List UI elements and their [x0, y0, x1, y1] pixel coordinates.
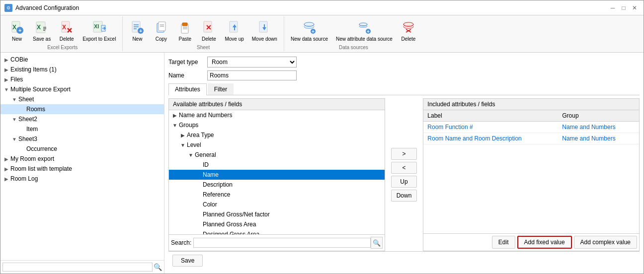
window-controls: ─ □ ✕ — [608, 3, 640, 13]
existing-items-label: Existing Items (1) — [10, 66, 57, 73]
sidebar-item-cobie[interactable]: ▶ COBie — [0, 55, 164, 65]
sheet-buttons: + New Copy — [126, 17, 281, 44]
move-up-button[interactable]: Move up — [221, 17, 247, 44]
attr-description[interactable]: ▶ Description — [169, 180, 385, 190]
title-bar: ⚙ Advanced Configuration ─ □ ✕ — [0, 0, 644, 15]
panels: Available attributes / fields ▶ Name and… — [168, 98, 640, 251]
add-complex-value-button[interactable]: Add complex value — [574, 236, 637, 249]
sheet-copy-button[interactable]: Copy — [150, 17, 172, 44]
sidebar-item-occurrence[interactable]: ▶ Occurrence — [0, 144, 164, 154]
sidebar-item-sheet2[interactable]: ▼ Sheet2 — [0, 114, 164, 124]
sidebar-item-sheet[interactable]: ▼ Sheet — [0, 94, 164, 104]
available-search-button[interactable]: 🔍 — [371, 237, 383, 249]
sidebar-item-rooms[interactable]: ▶ Rooms — [0, 104, 164, 114]
svg-text:X: X — [12, 24, 16, 31]
attr-designed-gross-area-label: Designed Gross Area — [203, 231, 259, 234]
export-to-excel-label: Export to Excel — [82, 36, 116, 42]
sidebar-item-existing-items[interactable]: ▶ Existing Items (1) — [0, 65, 164, 74]
move-down-button[interactable]: Move down — [248, 17, 281, 44]
attr-color[interactable]: ▶ Color — [169, 200, 385, 209]
attr-planned-gross-net-label: Planned Gross/Net factor — [203, 211, 270, 218]
sidebar-item-room-list-with-template[interactable]: ▶ Room list with template — [0, 164, 164, 174]
sidebar-search-input[interactable] — [2, 263, 153, 272]
new-excel-button[interactable]: X + New — [5, 17, 28, 44]
sheet-delete-button[interactable]: Delete — [197, 17, 220, 44]
save-as-button[interactable]: X Save as — [29, 17, 54, 44]
export-to-excel-button[interactable]: Xl Export to Excel — [79, 17, 119, 44]
attr-area-type-label: Area Type — [187, 132, 214, 138]
move-up-included-button[interactable]: Up — [391, 176, 417, 188]
sheet-paste-button[interactable]: Paste — [173, 17, 196, 44]
sheet-paste-label: Paste — [179, 36, 192, 42]
name-label: Name — [168, 72, 203, 79]
included-row-0-group: Name and Numbers — [558, 122, 639, 133]
attr-id[interactable]: ▶ ID — [169, 160, 385, 170]
attr-reference[interactable]: ▶ Reference — [169, 190, 385, 200]
add-to-included-button[interactable]: > — [391, 148, 417, 160]
add-fixed-value-button[interactable]: Add fixed value — [517, 236, 572, 249]
available-panel: Available attributes / fields ▶ Name and… — [168, 98, 385, 251]
sheet-new-button[interactable]: + New — [126, 17, 149, 44]
new-excel-label: New — [12, 36, 22, 42]
room-list-expand-icon: ▶ — [2, 165, 10, 173]
datasources-group-label: Data sources — [287, 45, 420, 50]
save-button[interactable]: Save — [172, 255, 203, 267]
move-down-label: Move down — [252, 36, 277, 42]
svg-text:Xl: Xl — [94, 23, 99, 29]
new-excel-icon: X + — [9, 19, 25, 35]
attr-area-type[interactable]: ▶ Area Type — [169, 130, 385, 140]
tab-attributes[interactable]: Attributes — [168, 83, 207, 95]
attr-planned-gross-area-label: Planned Gross Area — [203, 221, 256, 228]
included-row-0[interactable]: Room Function # Name and Numbers — [423, 122, 639, 133]
multiple-source-expand-icon: ▼ — [2, 85, 10, 93]
included-panel-header: Included attributes / fields — [423, 99, 639, 110]
edit-button[interactable]: Edit — [492, 236, 515, 249]
sidebar-item-multiple-source-export[interactable]: ▼ Multiple Source Export — [0, 84, 164, 94]
move-down-included-button[interactable]: Down — [391, 190, 417, 202]
sidebar-item-sheet3[interactable]: ▼ Sheet3 — [0, 134, 164, 144]
attr-designed-gross-area[interactable]: ▶ Designed Gross Area — [169, 229, 385, 234]
minimize-button[interactable]: ─ — [608, 3, 618, 13]
included-row-1-label: Room Name and Room Description — [423, 133, 558, 144]
name-input[interactable] — [207, 70, 297, 80]
new-data-source-label: New data source — [291, 36, 328, 42]
new-attribute-data-source-button[interactable]: + New attribute data source — [332, 17, 396, 44]
sidebar-item-my-room-export[interactable]: ▶ My Room export — [0, 154, 164, 164]
attr-planned-gross-net[interactable]: ▶ Planned Gross/Net factor — [169, 209, 385, 219]
target-type-select[interactable]: Room — [207, 57, 297, 68]
attr-planned-gross-area[interactable]: ▶ Planned Gross Area — [169, 219, 385, 229]
level-expand-icon: ▼ — [179, 141, 187, 149]
sheet-delete-icon — [201, 19, 217, 35]
new-data-source-button[interactable]: + New data source — [287, 17, 331, 44]
new-data-source-icon: + — [301, 19, 317, 35]
close-button[interactable]: ✕ — [630, 3, 640, 13]
delete-datasource-button[interactable]: Delete — [397, 17, 420, 44]
attr-groups[interactable]: ▼ Groups — [169, 120, 385, 130]
item-label: Item — [26, 126, 38, 133]
maximize-button[interactable]: □ — [619, 3, 629, 13]
sheet-new-icon: + — [129, 19, 145, 35]
attr-name-numbers[interactable]: ▶ Name and Numbers — [169, 110, 385, 120]
included-row-1[interactable]: Room Name and Room Description Name and … — [423, 133, 639, 144]
sheet-copy-label: Copy — [156, 36, 167, 42]
svg-text:+: + — [367, 29, 370, 34]
svg-text:+: + — [18, 27, 21, 33]
attr-level[interactable]: ▼ Level — [169, 140, 385, 150]
delete-datasource-label: Delete — [401, 36, 415, 42]
ribbon-group-datasources: + New data source + — [284, 16, 423, 51]
attr-name[interactable]: ▶ Name — [169, 170, 385, 180]
delete-excel-button[interactable]: X Delete — [55, 17, 78, 44]
sidebar-item-files[interactable]: ▶ Files — [0, 74, 164, 84]
remove-from-included-button[interactable]: < — [391, 162, 417, 174]
sidebar-item-item[interactable]: ▶ Item — [0, 124, 164, 134]
available-search-input[interactable] — [193, 238, 370, 248]
sheet-paste-icon — [177, 19, 193, 35]
attr-general[interactable]: ▼ General — [169, 150, 385, 160]
tab-filter[interactable]: Filter — [208, 83, 234, 95]
datasource-buttons: + New data source + — [287, 17, 420, 44]
included-table-wrap: Label Group Room Function # Name and Num… — [423, 110, 639, 233]
sidebar-item-room-log[interactable]: ▶ Room Log — [0, 174, 164, 184]
app-icon: ⚙ — [4, 4, 12, 12]
sheet-new-label: New — [132, 36, 142, 42]
new-attribute-data-source-icon: + — [356, 19, 372, 35]
